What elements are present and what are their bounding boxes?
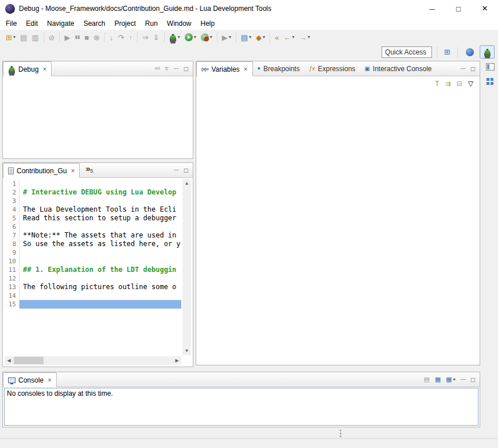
close-tab-icon[interactable]: × — [42, 65, 46, 73]
step-over-button[interactable]: ↷ — [116, 31, 127, 44]
line-number[interactable]: 1 — [5, 180, 20, 188]
editor-line[interactable]: 12 — [5, 274, 181, 283]
view-tab[interactable]: ƒx Expressions × — [304, 61, 360, 76]
close-tab-icon[interactable]: × — [71, 167, 75, 175]
editor-line[interactable]: 13 The following pictures outline some o — [5, 283, 181, 291]
maximize-view-icon[interactable]: □ — [184, 167, 188, 174]
line-number[interactable]: 3 — [5, 197, 20, 205]
lua-perspective-button[interactable] — [462, 45, 477, 59]
minimize-window-button[interactable]: — — [419, 0, 445, 17]
line-number[interactable]: 15 — [5, 300, 20, 309]
line-number[interactable]: 12 — [5, 274, 20, 283]
debug-perspective-button[interactable] — [480, 45, 495, 59]
editor-line[interactable]: 15 — [5, 300, 181, 309]
menu-item[interactable]: Search — [79, 17, 110, 30]
menu-item[interactable]: Edit — [21, 17, 42, 30]
suspend-button[interactable]: ▮▮ — [72, 31, 82, 44]
editor-line[interactable]: 8 So use the assets as listed here, or y — [5, 240, 181, 248]
menu-item[interactable]: Help — [196, 17, 220, 30]
disconnect-button[interactable]: ⊗ — [91, 31, 102, 44]
editor-line[interactable]: 1 — [5, 180, 181, 188]
line-number[interactable]: 8 — [5, 240, 20, 248]
menu-item[interactable]: Window — [162, 17, 196, 30]
open-console-button[interactable]: ▦ ▾ — [446, 376, 455, 383]
scroll-right-icon[interactable]: ▶ — [173, 356, 181, 365]
save-all-button[interactable]: ▥ — [29, 31, 41, 44]
step-into-button[interactable]: ↓ — [107, 31, 116, 44]
trim-drag-handle[interactable] — [340, 430, 342, 438]
display-selected-console-icon[interactable]: ▦ — [435, 376, 441, 383]
view-menu-icon[interactable]: ▽ — [165, 67, 169, 71]
line-number[interactable]: 11 — [5, 266, 20, 274]
menu-item[interactable]: Project — [110, 17, 140, 30]
editor-horizontal-scrollbar[interactable]: ◀ ▶ — [5, 356, 181, 365]
scroll-up-icon[interactable]: ▲ — [182, 179, 191, 188]
line-number[interactable]: 10 — [5, 257, 20, 266]
menu-item[interactable]: Run — [141, 17, 162, 30]
skip-all-breakpoints-button[interactable]: ⊘ — [46, 31, 57, 44]
step-return-button[interactable]: ↑ — [126, 31, 135, 44]
remove-terminated-icon[interactable]: ×× — [154, 66, 160, 72]
view-tab[interactable]: (x)= Variables × — [196, 61, 253, 76]
minimize-view-icon[interactable]: — — [174, 167, 179, 173]
editor-line[interactable]: 9 — [5, 248, 181, 257]
console-output[interactable]: No consoles to display at this time. — [4, 388, 478, 426]
line-number[interactable]: 14 — [5, 291, 20, 300]
scrollbar-thumb[interactable] — [14, 357, 44, 364]
line-number[interactable]: 2 — [5, 188, 20, 197]
editor-line[interactable]: 7 **Note:** The assets that are used in — [5, 231, 181, 240]
scroll-down-icon[interactable]: ▼ — [182, 346, 191, 355]
restore-view-button[interactable] — [484, 61, 496, 72]
resume-button[interactable]: ▶ — [62, 31, 72, 44]
quick-access-box[interactable]: Quick Access — [382, 46, 432, 58]
editor-line[interactable]: 2 # Interactive DEBUG using Lua Develop — [5, 188, 181, 197]
line-number[interactable]: 13 — [5, 283, 20, 291]
editor-line[interactable]: 11 ## 1. Explanation of the LDT debuggin — [5, 266, 181, 274]
line-number[interactable]: 6 — [5, 223, 20, 231]
close-window-button[interactable]: × — [472, 0, 498, 17]
editor-body[interactable]: 1 2 # Interactive DEBUG using Lua Develo… — [3, 178, 192, 366]
editor-vertical-scrollbar[interactable]: ▲ ▼ — [182, 179, 191, 355]
debug-button[interactable]: ▾ — [167, 31, 182, 44]
editor-line[interactable]: 5 Read this section to setup a debugger — [5, 214, 181, 223]
run-button[interactable]: ▾ — [182, 31, 199, 44]
open-perspective-button[interactable]: ⊞ — [442, 45, 453, 59]
console-tab[interactable]: Console × — [3, 372, 57, 387]
forward-button[interactable]: → ▾ — [297, 31, 312, 44]
editor-line[interactable]: 14 — [5, 291, 181, 300]
maximize-view-icon[interactable]: □ — [471, 376, 475, 383]
editor-tab-overflow[interactable]: » 5 — [80, 163, 96, 177]
menu-item[interactable]: File — [1, 17, 21, 30]
line-number[interactable]: 9 — [5, 248, 20, 257]
maximize-view-icon[interactable]: □ — [184, 65, 188, 72]
collapse-all-icon[interactable]: ⊟ — [457, 80, 462, 87]
editor-line[interactable]: 6 — [5, 223, 181, 231]
editor-tab[interactable]: Contribution_Gu × — [3, 163, 80, 178]
view-menu-icon[interactable]: ▽ — [468, 80, 473, 87]
show-type-names-icon[interactable]: T — [435, 80, 439, 87]
use-step-filters-button[interactable]: ⇒ — [140, 31, 151, 44]
external-tools-button[interactable]: ▶ ▾ — [220, 31, 234, 44]
view-tab[interactable]: ▣ Interactive Console × — [360, 61, 436, 76]
restore-outline-button[interactable] — [484, 76, 496, 87]
maximize-window-button[interactable]: □ — [445, 0, 472, 17]
scroll-left-icon[interactable]: ◀ — [5, 356, 13, 365]
editor-line[interactable]: 3 — [5, 197, 181, 205]
editor-line[interactable]: 4 The Lua Development Tools in the Ecli — [5, 205, 181, 214]
show-logical-structure-icon[interactable]: ⇉ — [445, 80, 451, 87]
save-button[interactable]: ▤ — [18, 31, 29, 44]
line-number[interactable]: 5 — [5, 214, 20, 223]
debug-view-tab[interactable]: Debug × — [3, 61, 52, 76]
last-edit-location-button[interactable]: « — [273, 31, 281, 44]
back-button[interactable]: ← ▾ — [281, 31, 297, 44]
debug-view-body[interactable] — [3, 76, 192, 158]
line-number[interactable]: 4 — [5, 205, 20, 214]
coverage-button[interactable]: ▾ — [199, 31, 215, 44]
minimize-view-icon[interactable]: — — [461, 377, 466, 382]
close-tab-icon[interactable]: × — [48, 376, 52, 384]
open-element-button[interactable]: ◆ ▾ — [254, 31, 267, 44]
maximize-view-icon[interactable]: □ — [471, 65, 475, 72]
drop-to-frame-button[interactable]: ⇓ — [151, 31, 162, 44]
menu-item[interactable]: Navigate — [42, 17, 79, 30]
pin-console-icon[interactable]: ▤ — [424, 376, 430, 383]
